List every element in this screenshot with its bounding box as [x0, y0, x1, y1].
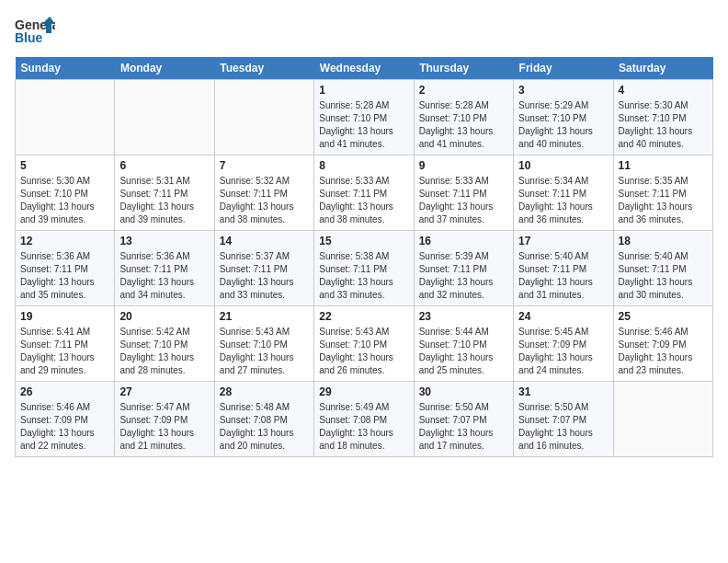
- week-row-1: 1Sunrise: 5:28 AM Sunset: 7:10 PM Daylig…: [16, 80, 713, 155]
- calendar-cell: 7Sunrise: 5:32 AM Sunset: 7:11 PM Daylig…: [214, 155, 313, 231]
- day-info: Sunrise: 5:36 AM Sunset: 7:11 PM Dayligh…: [20, 250, 109, 302]
- day-number: 16: [419, 235, 508, 247]
- day-number: 7: [220, 159, 309, 172]
- calendar-cell: 2Sunrise: 5:28 AM Sunset: 7:10 PM Daylig…: [414, 80, 513, 155]
- day-info: Sunrise: 5:38 AM Sunset: 7:11 PM Dayligh…: [319, 250, 408, 302]
- day-info: Sunrise: 5:32 AM Sunset: 7:11 PM Dayligh…: [220, 175, 309, 226]
- svg-text:Blue: Blue: [15, 30, 43, 45]
- weekday-header-wednesday: Wednesday: [314, 57, 414, 80]
- day-number: 27: [119, 385, 209, 398]
- weekday-header-row: SundayMondayTuesdayWednesdayThursdayFrid…: [16, 57, 713, 80]
- day-number: 19: [20, 310, 109, 323]
- day-number: 2: [419, 84, 508, 97]
- weekday-header-saturday: Saturday: [613, 57, 712, 80]
- day-info: Sunrise: 5:28 AM Sunset: 7:10 PM Dayligh…: [319, 99, 408, 151]
- day-info: Sunrise: 5:46 AM Sunset: 7:09 PM Dayligh…: [619, 326, 708, 377]
- day-info: Sunrise: 5:37 AM Sunset: 7:11 PM Dayligh…: [220, 250, 309, 302]
- day-info: Sunrise: 5:34 AM Sunset: 7:11 PM Dayligh…: [518, 175, 608, 226]
- day-number: 23: [419, 310, 508, 323]
- day-info: Sunrise: 5:31 AM Sunset: 7:11 PM Dayligh…: [119, 175, 209, 226]
- day-info: Sunrise: 5:50 AM Sunset: 7:07 PM Dayligh…: [518, 401, 608, 453]
- calendar-cell: [214, 80, 313, 155]
- calendar-cell: 31Sunrise: 5:50 AM Sunset: 7:07 PM Dayli…: [514, 382, 613, 457]
- calendar-cell: 8Sunrise: 5:33 AM Sunset: 7:11 PM Daylig…: [314, 155, 414, 231]
- day-info: Sunrise: 5:29 AM Sunset: 7:10 PM Dayligh…: [518, 99, 608, 151]
- calendar-cell: 28Sunrise: 5:48 AM Sunset: 7:08 PM Dayli…: [214, 382, 313, 457]
- day-info: Sunrise: 5:43 AM Sunset: 7:10 PM Dayligh…: [319, 326, 408, 377]
- day-number: 21: [220, 310, 309, 323]
- calendar-table: SundayMondayTuesdayWednesdayThursdayFrid…: [15, 57, 713, 457]
- logo: General Blue: [15, 15, 59, 50]
- calendar-cell: 14Sunrise: 5:37 AM Sunset: 7:11 PM Dayli…: [214, 231, 313, 306]
- day-info: Sunrise: 5:30 AM Sunset: 7:10 PM Dayligh…: [619, 99, 708, 151]
- day-number: 31: [518, 385, 608, 398]
- calendar-cell: [115, 80, 214, 155]
- day-number: 6: [119, 159, 209, 172]
- day-info: Sunrise: 5:42 AM Sunset: 7:10 PM Dayligh…: [119, 326, 209, 377]
- day-info: Sunrise: 5:39 AM Sunset: 7:11 PM Dayligh…: [419, 250, 508, 302]
- day-info: Sunrise: 5:48 AM Sunset: 7:08 PM Dayligh…: [220, 401, 309, 453]
- day-info: Sunrise: 5:45 AM Sunset: 7:09 PM Dayligh…: [518, 326, 608, 377]
- day-number: 5: [20, 159, 109, 172]
- calendar-cell: 5Sunrise: 5:30 AM Sunset: 7:10 PM Daylig…: [16, 155, 115, 231]
- day-number: 12: [20, 235, 109, 247]
- calendar-cell: 27Sunrise: 5:47 AM Sunset: 7:09 PM Dayli…: [115, 382, 214, 457]
- calendar-cell: 3Sunrise: 5:29 AM Sunset: 7:10 PM Daylig…: [514, 80, 613, 155]
- calendar-cell: 12Sunrise: 5:36 AM Sunset: 7:11 PM Dayli…: [16, 231, 115, 306]
- calendar-cell: 25Sunrise: 5:46 AM Sunset: 7:09 PM Dayli…: [613, 306, 712, 382]
- calendar-cell: 29Sunrise: 5:49 AM Sunset: 7:08 PM Dayli…: [314, 382, 414, 457]
- calendar-cell: 16Sunrise: 5:39 AM Sunset: 7:11 PM Dayli…: [414, 231, 513, 306]
- calendar-cell: 24Sunrise: 5:45 AM Sunset: 7:09 PM Dayli…: [514, 306, 613, 382]
- day-number: 18: [619, 235, 708, 247]
- day-info: Sunrise: 5:43 AM Sunset: 7:10 PM Dayligh…: [220, 326, 309, 377]
- day-info: Sunrise: 5:47 AM Sunset: 7:09 PM Dayligh…: [119, 401, 209, 453]
- day-number: 13: [119, 235, 209, 247]
- weekday-header-friday: Friday: [514, 57, 613, 80]
- day-info: Sunrise: 5:49 AM Sunset: 7:08 PM Dayligh…: [319, 401, 408, 453]
- day-number: 3: [518, 84, 608, 97]
- calendar-cell: 19Sunrise: 5:41 AM Sunset: 7:11 PM Dayli…: [16, 306, 115, 382]
- day-number: 9: [419, 159, 508, 172]
- day-info: Sunrise: 5:40 AM Sunset: 7:11 PM Dayligh…: [518, 250, 608, 302]
- calendar-cell: 20Sunrise: 5:42 AM Sunset: 7:10 PM Dayli…: [115, 306, 214, 382]
- weekday-header-monday: Monday: [115, 57, 214, 80]
- calendar-cell: 13Sunrise: 5:36 AM Sunset: 7:11 PM Dayli…: [115, 231, 214, 306]
- calendar-cell: 18Sunrise: 5:40 AM Sunset: 7:11 PM Dayli…: [613, 231, 712, 306]
- weekday-header-sunday: Sunday: [16, 57, 115, 80]
- day-number: 14: [220, 235, 309, 247]
- day-info: Sunrise: 5:35 AM Sunset: 7:11 PM Dayligh…: [619, 175, 708, 226]
- day-number: 1: [319, 84, 408, 97]
- day-number: 22: [319, 310, 408, 323]
- day-number: 8: [319, 159, 408, 172]
- day-number: 20: [119, 310, 209, 323]
- day-number: 28: [220, 385, 309, 398]
- calendar-cell: 1Sunrise: 5:28 AM Sunset: 7:10 PM Daylig…: [314, 80, 414, 155]
- day-number: 4: [619, 84, 708, 97]
- calendar-cell: 21Sunrise: 5:43 AM Sunset: 7:10 PM Dayli…: [214, 306, 313, 382]
- week-row-3: 12Sunrise: 5:36 AM Sunset: 7:11 PM Dayli…: [16, 231, 713, 306]
- day-number: 26: [20, 385, 109, 398]
- week-row-5: 26Sunrise: 5:46 AM Sunset: 7:09 PM Dayli…: [16, 382, 713, 457]
- day-number: 25: [619, 310, 708, 323]
- day-info: Sunrise: 5:33 AM Sunset: 7:11 PM Dayligh…: [419, 175, 508, 226]
- day-number: 30: [419, 385, 508, 398]
- day-info: Sunrise: 5:33 AM Sunset: 7:11 PM Dayligh…: [319, 175, 408, 226]
- calendar-cell: 9Sunrise: 5:33 AM Sunset: 7:11 PM Daylig…: [414, 155, 513, 231]
- calendar-cell: 10Sunrise: 5:34 AM Sunset: 7:11 PM Dayli…: [514, 155, 613, 231]
- day-info: Sunrise: 5:41 AM Sunset: 7:11 PM Dayligh…: [20, 326, 109, 377]
- weekday-header-thursday: Thursday: [414, 57, 513, 80]
- calendar-cell: [613, 382, 712, 457]
- calendar-cell: 22Sunrise: 5:43 AM Sunset: 7:10 PM Dayli…: [314, 306, 414, 382]
- page-header: General Blue: [15, 15, 713, 50]
- week-row-2: 5Sunrise: 5:30 AM Sunset: 7:10 PM Daylig…: [16, 155, 713, 231]
- calendar-cell: 6Sunrise: 5:31 AM Sunset: 7:11 PM Daylig…: [115, 155, 214, 231]
- calendar-cell: 15Sunrise: 5:38 AM Sunset: 7:11 PM Dayli…: [314, 231, 414, 306]
- day-info: Sunrise: 5:36 AM Sunset: 7:11 PM Dayligh…: [119, 250, 209, 302]
- day-info: Sunrise: 5:44 AM Sunset: 7:10 PM Dayligh…: [419, 326, 508, 377]
- calendar-cell: 23Sunrise: 5:44 AM Sunset: 7:10 PM Dayli…: [414, 306, 513, 382]
- day-info: Sunrise: 5:50 AM Sunset: 7:07 PM Dayligh…: [419, 401, 508, 453]
- day-info: Sunrise: 5:28 AM Sunset: 7:10 PM Dayligh…: [419, 99, 508, 151]
- day-number: 10: [518, 159, 608, 172]
- week-row-4: 19Sunrise: 5:41 AM Sunset: 7:11 PM Dayli…: [16, 306, 713, 382]
- calendar-cell: 11Sunrise: 5:35 AM Sunset: 7:11 PM Dayli…: [613, 155, 712, 231]
